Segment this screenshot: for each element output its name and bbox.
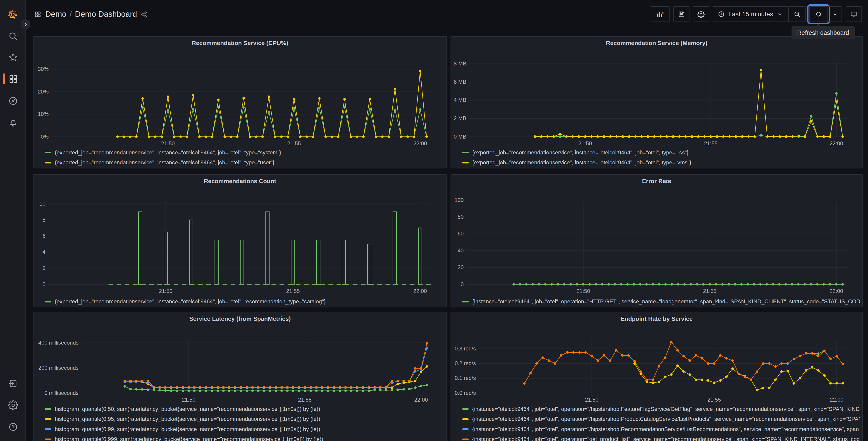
svg-text:21:50: 21:50 <box>577 288 590 294</box>
svg-text:100: 100 <box>455 197 464 203</box>
svg-text:0: 0 <box>461 281 464 287</box>
svg-text:21:55: 21:55 <box>707 396 721 403</box>
svg-text:0 milliseconds: 0 milliseconds <box>44 390 79 396</box>
svg-text:22:00: 22:00 <box>413 288 427 294</box>
svg-text:400 milliseconds: 400 milliseconds <box>38 340 79 346</box>
svg-text:0 MB: 0 MB <box>454 134 466 140</box>
svg-text:21:55: 21:55 <box>286 288 300 294</box>
svg-text:8 MB: 8 MB <box>454 60 466 66</box>
svg-text:21:50: 21:50 <box>161 140 175 146</box>
svg-text:0%: 0% <box>41 134 49 140</box>
svg-text:20: 20 <box>458 264 464 270</box>
svg-text:4: 4 <box>42 249 45 255</box>
svg-text:10: 10 <box>39 201 45 207</box>
svg-text:0.1 req/s: 0.1 req/s <box>455 375 476 381</box>
svg-text:0.2 req/s: 0.2 req/s <box>455 360 476 366</box>
svg-text:22:00: 22:00 <box>830 396 843 403</box>
svg-text:60: 60 <box>458 231 464 237</box>
svg-text:0.3 req/s: 0.3 req/s <box>455 346 476 352</box>
svg-text:6: 6 <box>42 233 45 239</box>
svg-text:6 MB: 6 MB <box>454 79 466 85</box>
svg-text:200 milliseconds: 200 milliseconds <box>38 365 79 371</box>
svg-text:21:55: 21:55 <box>287 140 301 146</box>
svg-text:21:50: 21:50 <box>585 396 598 403</box>
svg-text:21:55: 21:55 <box>298 396 312 403</box>
svg-text:22:00: 22:00 <box>414 396 428 403</box>
svg-text:21:50: 21:50 <box>578 140 592 146</box>
svg-text:22:00: 22:00 <box>830 140 843 146</box>
svg-text:2 MB: 2 MB <box>454 115 466 121</box>
svg-text:10%: 10% <box>38 111 49 117</box>
svg-text:2: 2 <box>42 265 45 271</box>
svg-text:0.0 req/s: 0.0 req/s <box>455 390 476 396</box>
svg-text:4 MB: 4 MB <box>454 97 466 103</box>
svg-text:21:55: 21:55 <box>703 288 717 294</box>
svg-text:22:00: 22:00 <box>830 288 843 294</box>
svg-text:22:00: 22:00 <box>413 140 427 146</box>
svg-text:20%: 20% <box>38 89 49 95</box>
svg-text:21:50: 21:50 <box>182 396 195 403</box>
svg-text:0: 0 <box>42 281 45 287</box>
svg-text:21:55: 21:55 <box>704 140 717 146</box>
svg-text:21:50: 21:50 <box>159 288 173 294</box>
svg-text:30%: 30% <box>38 66 49 72</box>
svg-text:8: 8 <box>42 217 45 223</box>
svg-text:40: 40 <box>458 247 464 254</box>
svg-text:80: 80 <box>458 214 464 220</box>
